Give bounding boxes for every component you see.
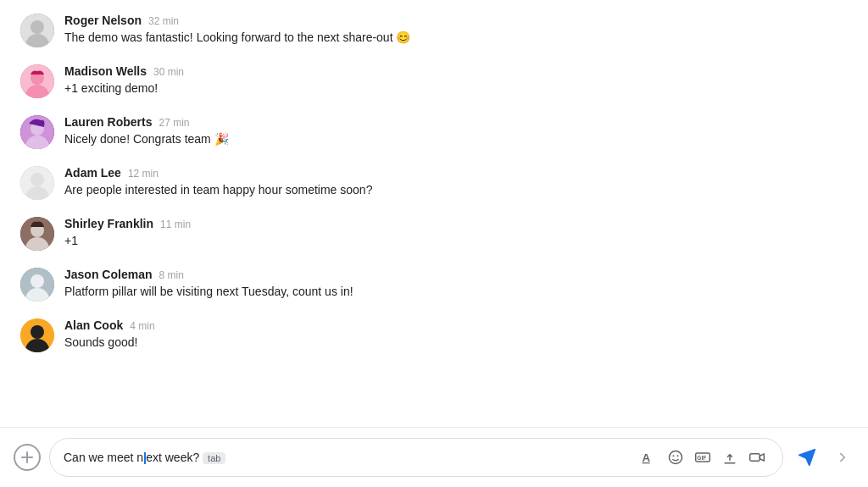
sender-name: Shirley Franklin [64, 217, 153, 230]
message-header: Shirley Franklin11 min [64, 217, 191, 230]
message-text: +1 exciting demo! [64, 80, 184, 97]
message-text: Nicely done! Congrats team 🎉 [64, 130, 229, 148]
sender-name: Alan Cook [64, 318, 123, 332]
message-item: Roger Nelson32 minThe demo was fantastic… [20, 14, 848, 47]
message-input[interactable]: Can we meet next week? tab [64, 451, 630, 464]
video-icon[interactable] [745, 445, 769, 469]
input-wrapper: Can we meet next week? tab A [49, 438, 783, 477]
gif-icon[interactable]: GIF [691, 445, 715, 469]
message-text: Platform pillar will be visiting next Tu… [64, 283, 353, 301]
upload-icon[interactable] [718, 445, 742, 469]
avatar [20, 268, 54, 302]
message-item: Madison Wells30 min+1 exciting demo! [20, 64, 848, 98]
sender-name: Lauren Roberts [64, 115, 152, 129]
timestamp: 8 min [159, 269, 183, 281]
message-content: Madison Wells30 min+1 exciting demo! [64, 64, 184, 97]
timestamp: 27 min [159, 117, 189, 129]
message-content: Roger Nelson32 minThe demo was fantastic… [64, 14, 410, 47]
svg-point-16 [31, 274, 44, 288]
svg-point-25 [670, 451, 682, 464]
message-content: Shirley Franklin11 min+1 [64, 217, 191, 250]
timestamp: 32 min [148, 15, 179, 27]
svg-point-27 [677, 455, 679, 457]
svg-point-19 [31, 325, 44, 339]
message-header: Lauren Roberts27 min [64, 115, 229, 129]
avatar [20, 14, 54, 47]
avatar [20, 115, 54, 149]
message-content: Jason Coleman8 minPlatform pillar will b… [64, 268, 353, 301]
avatar [20, 166, 54, 200]
message-header: Jason Coleman8 min [64, 268, 353, 281]
message-text: Sounds good! [64, 334, 155, 351]
timestamp: 11 min [160, 219, 191, 230]
message-content: Adam Lee12 minAre people interested in t… [64, 166, 372, 199]
message-item: Adam Lee12 minAre people interested in t… [20, 166, 848, 200]
svg-text:GIF: GIF [697, 455, 706, 461]
avatar [20, 318, 54, 352]
sender-name: Adam Lee [64, 166, 121, 180]
svg-point-1 [31, 20, 44, 34]
svg-point-26 [673, 455, 675, 457]
timestamp: 4 min [130, 320, 154, 332]
nav-arrow[interactable] [831, 445, 854, 469]
emoji-icon[interactable] [664, 445, 687, 469]
message-item: Lauren Roberts27 minNicely done! Congrat… [20, 115, 848, 149]
timestamp: 12 min [128, 168, 159, 180]
message-item: Alan Cook4 minSounds good! [20, 318, 848, 352]
message-header: Roger Nelson32 min [64, 14, 410, 27]
sender-name: Madison Wells [64, 64, 147, 78]
message-text: +1 [64, 232, 191, 250]
send-button[interactable] [792, 442, 822, 473]
toolbar-icons: A GIF [637, 445, 769, 469]
message-content: Alan Cook4 minSounds good! [64, 318, 155, 351]
svg-rect-30 [750, 454, 760, 461]
message-header: Madison Wells30 min [64, 64, 184, 78]
avatar [20, 217, 54, 251]
message-text: The demo was fantastic! Looking forward … [64, 29, 410, 47]
message-header: Adam Lee12 min [64, 166, 372, 180]
timestamp: 30 min [153, 66, 184, 78]
format-text-icon[interactable]: A [637, 445, 660, 469]
svg-text:A: A [643, 451, 651, 464]
message-item: Jason Coleman8 minPlatform pillar will b… [20, 268, 848, 302]
tab-badge: tab [203, 452, 225, 464]
message-content: Lauren Roberts27 minNicely done! Congrat… [64, 115, 229, 148]
svg-point-10 [31, 173, 44, 186]
add-button[interactable] [14, 444, 41, 471]
message-item: Shirley Franklin11 min+1 [20, 217, 848, 251]
sender-name: Roger Nelson [64, 14, 142, 27]
sender-name: Jason Coleman [64, 268, 152, 281]
input-area: Can we meet next week? tab A [0, 427, 868, 487]
avatar [20, 64, 54, 98]
messages-container: Roger Nelson32 minThe demo was fantastic… [0, 0, 868, 427]
message-text: Are people interested in team happy hour… [64, 181, 372, 199]
message-header: Alan Cook4 min [64, 318, 155, 332]
